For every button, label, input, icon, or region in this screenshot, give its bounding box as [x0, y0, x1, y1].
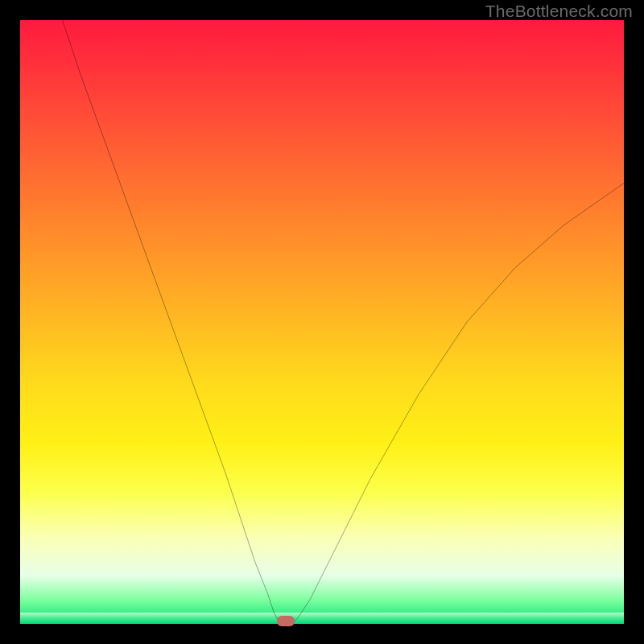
plot-gradient-background — [20, 20, 624, 624]
baseline-green-strip — [20, 613, 624, 624]
watermark-text: TheBottleneck.com — [485, 2, 633, 21]
chart-frame: TheBottleneck.com — [0, 0, 644, 644]
min-marker — [277, 616, 295, 626]
